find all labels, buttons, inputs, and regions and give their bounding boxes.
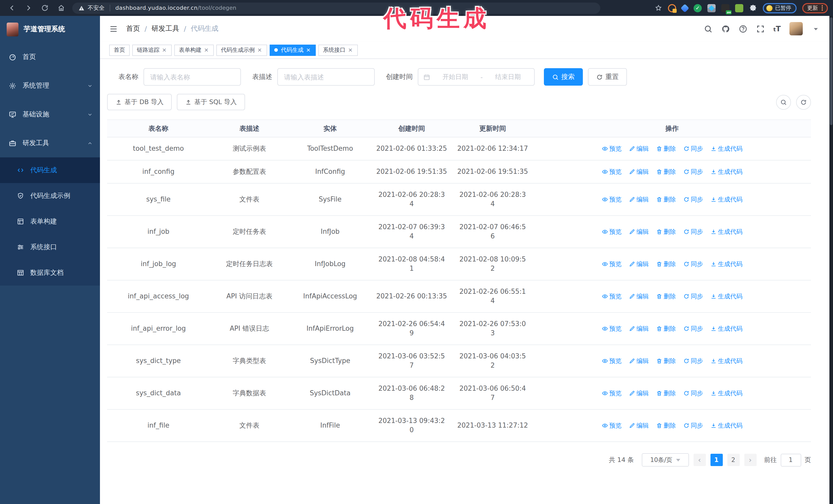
edit-link[interactable]: 编辑 xyxy=(629,195,649,204)
edit-link[interactable]: 编辑 xyxy=(629,389,649,398)
bookmark-star-icon[interactable] xyxy=(654,4,662,12)
delete-link[interactable]: 删除 xyxy=(656,421,676,430)
end-date-placeholder[interactable]: 结束日期 xyxy=(487,73,529,81)
close-icon[interactable]: × xyxy=(348,47,353,53)
generate-code-link[interactable]: 生成代码 xyxy=(710,421,742,430)
sidebar-item-code-generation-example[interactable]: 代码生成示例 xyxy=(0,183,100,209)
close-icon[interactable]: × xyxy=(306,47,311,53)
preview-link[interactable]: 预览 xyxy=(601,292,622,301)
generate-code-link[interactable]: 生成代码 xyxy=(710,167,742,176)
sidebar-item-dev-tools[interactable]: 研发工具 xyxy=(0,129,100,158)
generate-code-link[interactable]: 生成代码 xyxy=(710,292,742,301)
hamburger-icon[interactable] xyxy=(109,24,118,33)
browser-update-button[interactable]: 更新 xyxy=(802,3,828,13)
more-menu-icon[interactable] xyxy=(822,5,823,11)
sidebar-item-form-builder[interactable]: 表单构建 xyxy=(0,209,100,234)
sync-link[interactable]: 同步 xyxy=(683,144,703,153)
tag-trace[interactable]: 链路追踪× xyxy=(132,44,172,56)
generate-code-link[interactable]: 生成代码 xyxy=(710,324,742,333)
search-button[interactable]: 搜索 xyxy=(544,68,583,86)
edit-link[interactable]: 编辑 xyxy=(629,356,649,365)
edit-link[interactable]: 编辑 xyxy=(629,292,649,301)
goto-page-input[interactable] xyxy=(781,454,801,466)
delete-link[interactable]: 删除 xyxy=(656,389,676,398)
toggle-search-button[interactable] xyxy=(776,95,791,110)
sidebar-item-code-generation[interactable]: 代码生成 xyxy=(0,158,100,183)
sidebar-item-database-docs[interactable]: 数据库文档 xyxy=(0,260,100,286)
forward-icon[interactable] xyxy=(25,4,32,12)
generate-code-link[interactable]: 生成代码 xyxy=(710,195,742,204)
preview-link[interactable]: 预览 xyxy=(601,324,622,333)
browser-scrollbar[interactable] xyxy=(829,16,833,504)
tag-codegen-example[interactable]: 代码生成示例× xyxy=(216,44,267,56)
sidebar-item-system-api[interactable]: 系统接口 xyxy=(0,234,100,260)
delete-link[interactable]: 删除 xyxy=(656,324,676,333)
sidebar-item-home[interactable]: 首页 xyxy=(0,43,100,71)
sync-link[interactable]: 同步 xyxy=(683,227,703,236)
sync-link[interactable]: 同步 xyxy=(683,259,703,269)
extension-icon-gem[interactable] xyxy=(681,4,689,12)
extension-icon-dark-on[interactable]: on xyxy=(721,4,730,12)
sync-link[interactable]: 同步 xyxy=(683,292,703,301)
fullscreen-icon[interactable] xyxy=(756,24,765,33)
reload-icon[interactable] xyxy=(41,4,49,12)
profile-paused-badge[interactable]: 已暂停 xyxy=(763,3,796,13)
page-button-1[interactable]: 1 xyxy=(710,454,722,466)
refresh-table-button[interactable] xyxy=(796,95,811,110)
extension-icon-orange[interactable] xyxy=(668,4,676,12)
app-logo[interactable]: 芋道管理系统 xyxy=(0,16,100,43)
delete-link[interactable]: 删除 xyxy=(656,227,676,236)
page-button-2[interactable]: 2 xyxy=(727,454,739,466)
preview-link[interactable]: 预览 xyxy=(601,144,622,153)
preview-link[interactable]: 预览 xyxy=(601,389,622,398)
page-size-select[interactable]: 10条/页 xyxy=(642,453,689,466)
delete-link[interactable]: 删除 xyxy=(656,259,676,269)
sync-link[interactable]: 同步 xyxy=(683,167,703,176)
breadcrumb-dev-tools[interactable]: 研发工具 xyxy=(151,24,179,33)
sync-link[interactable]: 同步 xyxy=(683,356,703,365)
generate-code-link[interactable]: 生成代码 xyxy=(710,259,742,269)
sync-link[interactable]: 同步 xyxy=(683,421,703,430)
header-search-icon[interactable] xyxy=(704,24,712,33)
table-name-input[interactable] xyxy=(144,68,241,86)
close-icon[interactable]: × xyxy=(162,47,167,53)
start-date-placeholder[interactable]: 开始日期 xyxy=(434,73,476,81)
sync-link[interactable]: 同步 xyxy=(683,195,703,204)
edit-link[interactable]: 编辑 xyxy=(629,167,649,176)
delete-link[interactable]: 删除 xyxy=(656,356,676,365)
delete-link[interactable]: 删除 xyxy=(656,144,676,153)
breadcrumb-home[interactable]: 首页 xyxy=(126,24,140,33)
sync-link[interactable]: 同步 xyxy=(683,389,703,398)
delete-link[interactable]: 删除 xyxy=(656,292,676,301)
edit-link[interactable]: 编辑 xyxy=(629,259,649,269)
delete-link[interactable]: 删除 xyxy=(656,167,676,176)
close-icon[interactable]: × xyxy=(204,47,209,53)
edit-link[interactable]: 编辑 xyxy=(629,144,649,153)
next-page-button[interactable]: › xyxy=(744,454,756,466)
import-db-button[interactable]: 基于 DB 导入 xyxy=(107,94,172,110)
edit-link[interactable]: 编辑 xyxy=(629,324,649,333)
sync-link[interactable]: 同步 xyxy=(683,324,703,333)
import-sql-button[interactable]: 基于 SQL 导入 xyxy=(177,94,245,110)
close-icon[interactable]: × xyxy=(257,47,262,53)
back-icon[interactable] xyxy=(8,4,16,12)
tag-system-api[interactable]: 系统接口× xyxy=(318,44,358,56)
preview-link[interactable]: 预览 xyxy=(601,356,622,365)
generate-code-link[interactable]: 生成代码 xyxy=(710,356,742,365)
delete-link[interactable]: 删除 xyxy=(656,195,676,204)
extensions-puzzle-icon[interactable] xyxy=(749,4,757,12)
preview-link[interactable]: 预览 xyxy=(601,259,622,269)
scrollbar-thumb[interactable] xyxy=(830,18,832,125)
extension-icon-green-check[interactable]: ✓ xyxy=(694,4,702,12)
tag-code-generation[interactable]: 代码生成× xyxy=(270,44,316,56)
prev-page-button[interactable]: ‹ xyxy=(693,454,706,466)
sidebar-item-system-management[interactable]: 系统管理 xyxy=(0,71,100,100)
security-label[interactable]: 不安全 xyxy=(88,4,104,12)
preview-link[interactable]: 预览 xyxy=(601,421,622,430)
extension-icon-grid[interactable] xyxy=(708,4,716,12)
date-range-picker[interactable]: 开始日期 - 结束日期 xyxy=(418,68,535,86)
generate-code-link[interactable]: 生成代码 xyxy=(710,227,742,236)
extension-icon-lego[interactable] xyxy=(735,4,743,12)
reset-button[interactable]: 重置 xyxy=(588,68,627,86)
preview-link[interactable]: 预览 xyxy=(601,167,622,176)
